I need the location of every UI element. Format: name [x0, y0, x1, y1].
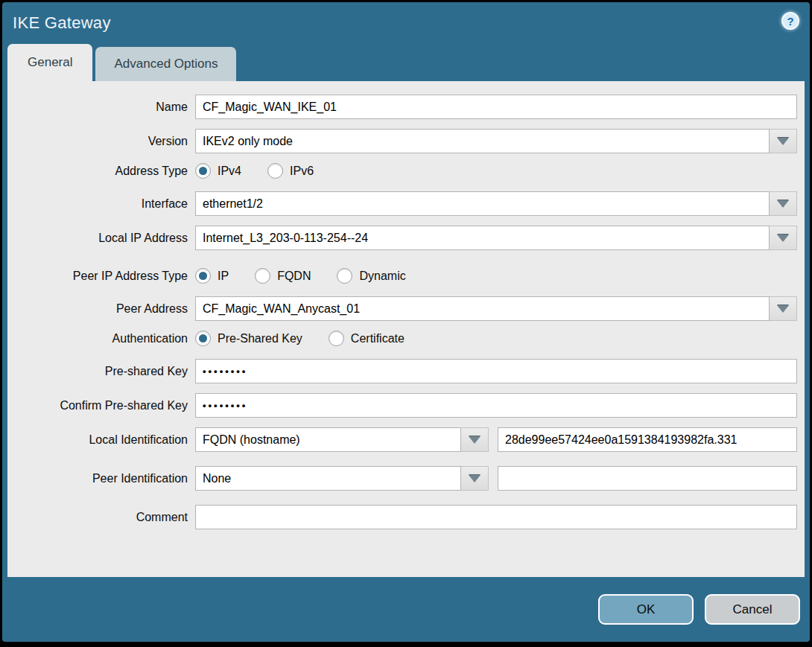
chevron-down-icon [777, 305, 789, 313]
dialog-title: IKE Gateway [13, 13, 111, 33]
radio-peer-ip-circle [195, 268, 211, 284]
help-glyph: ? [787, 15, 793, 28]
dialog-footer: OK Cancel [2, 577, 810, 642]
address-type-label: Address Type [7, 165, 195, 178]
version-row: Version [7, 129, 797, 153]
radio-certificate-circle [329, 331, 344, 346]
ok-button-label: OK [637, 602, 656, 617]
radio-peer-dynamic-circle [337, 268, 352, 284]
peer-ip-type-row: Peer IP Address Type IP FQDN Dynamic [7, 268, 797, 284]
psk-confirm-label: Confirm Pre-shared Key [7, 399, 195, 412]
local-ip-dropdown [195, 226, 797, 250]
radio-pre-shared-key-circle [195, 331, 211, 346]
general-tab-panel: Name Version Addr [7, 81, 805, 577]
interface-row: Interface [7, 191, 797, 216]
radio-peer-dynamic-label: Dynamic [359, 270, 405, 283]
cancel-button-label: Cancel [733, 602, 773, 617]
local-identification-row: Local Identification [7, 427, 797, 452]
chevron-down-icon [777, 200, 789, 208]
local-identification-type-dropdown [195, 427, 489, 452]
radio-pre-shared-key-label: Pre-Shared Key [218, 332, 302, 345]
peer-identification-dropdown-button[interactable] [461, 466, 489, 491]
authentication-label: Authentication [7, 332, 195, 345]
radio-ipv6-label: IPv6 [290, 165, 314, 178]
local-identification-dropdown-button[interactable] [461, 427, 489, 452]
authentication-row: Authentication Pre-Shared Key Certificat… [7, 331, 797, 346]
comment-input[interactable] [195, 505, 797, 529]
tab-general[interactable]: General [7, 44, 92, 81]
peer-address-row: Peer Address [7, 296, 797, 321]
psk-input[interactable] [195, 359, 797, 383]
peer-identification-type-input[interactable] [195, 466, 461, 491]
local-ip-label: Local IP Address [7, 232, 195, 245]
psk-row: Pre-shared Key [7, 359, 797, 383]
name-row: Name [7, 95, 797, 119]
peer-identification-type-dropdown [195, 466, 489, 491]
peer-identification-value-input[interactable] [498, 466, 797, 491]
tab-strip: General Advanced Options [7, 44, 810, 81]
comment-row: Comment [7, 505, 797, 529]
interface-dropdown [195, 191, 797, 216]
radio-peer-ip-label: IP [218, 270, 229, 283]
name-label: Name [7, 101, 195, 114]
titlebar: IKE Gateway ? [2, 2, 810, 44]
radio-peer-dynamic[interactable]: Dynamic [337, 268, 405, 284]
radio-peer-fqdn[interactable]: FQDN [255, 268, 311, 284]
local-ip-row: Local IP Address [7, 226, 797, 250]
local-identification-label: Local Identification [7, 433, 195, 447]
psk-label: Pre-shared Key [7, 365, 195, 378]
dialog-frame: IKE Gateway ? General Advanced Options N… [0, 0, 812, 647]
chevron-down-icon [469, 475, 480, 482]
cancel-button[interactable]: Cancel [705, 594, 800, 625]
radio-peer-fqdn-label: FQDN [277, 270, 311, 283]
local-ip-input[interactable] [195, 226, 770, 250]
version-dropdown-button[interactable] [770, 129, 797, 153]
peer-address-label: Peer Address [7, 302, 195, 316]
radio-ipv6[interactable]: IPv6 [267, 163, 314, 179]
local-identification-type-input[interactable] [195, 427, 461, 452]
radio-ipv4-circle [195, 163, 211, 179]
version-input[interactable] [195, 129, 770, 153]
interface-label: Interface [7, 197, 195, 211]
interface-input[interactable] [195, 191, 770, 216]
psk-confirm-row: Confirm Pre-shared Key [7, 393, 797, 418]
chevron-down-icon [469, 436, 480, 444]
chevron-down-icon [777, 138, 789, 145]
radio-ipv4-label: IPv4 [218, 165, 241, 178]
radio-certificate[interactable]: Certificate [329, 331, 405, 346]
radio-peer-ip[interactable]: IP [195, 268, 229, 284]
peer-address-dropdown-button[interactable] [770, 296, 797, 321]
local-ip-dropdown-button[interactable] [770, 226, 797, 250]
ike-gateway-dialog: IKE Gateway ? General Advanced Options N… [2, 2, 810, 642]
tab-advanced-options[interactable]: Advanced Options [95, 47, 236, 81]
peer-ip-type-label: Peer IP Address Type [7, 270, 195, 283]
peer-address-input[interactable] [195, 296, 770, 321]
tab-advanced-options-label: Advanced Options [114, 57, 218, 71]
name-input[interactable] [195, 95, 797, 119]
local-identification-value-input[interactable] [498, 427, 797, 452]
peer-address-dropdown [195, 296, 797, 321]
radio-pre-shared-key[interactable]: Pre-Shared Key [195, 331, 302, 346]
radio-ipv4[interactable]: IPv4 [195, 163, 241, 179]
comment-label: Comment [7, 511, 195, 524]
version-dropdown [195, 129, 797, 153]
address-type-row: Address Type IPv4 IPv6 [7, 163, 797, 179]
psk-confirm-input[interactable] [195, 393, 797, 418]
peer-identification-label: Peer Identification [7, 472, 195, 485]
version-label: Version [7, 135, 195, 148]
help-icon[interactable]: ? [781, 12, 799, 30]
chevron-down-icon [777, 235, 789, 242]
peer-identification-row: Peer Identification [7, 466, 797, 491]
tab-general-label: General [28, 55, 72, 70]
radio-certificate-label: Certificate [351, 332, 405, 345]
ok-button[interactable]: OK [598, 594, 694, 625]
interface-dropdown-button[interactable] [770, 191, 797, 216]
radio-peer-fqdn-circle [255, 268, 270, 284]
radio-ipv6-circle [267, 163, 283, 179]
